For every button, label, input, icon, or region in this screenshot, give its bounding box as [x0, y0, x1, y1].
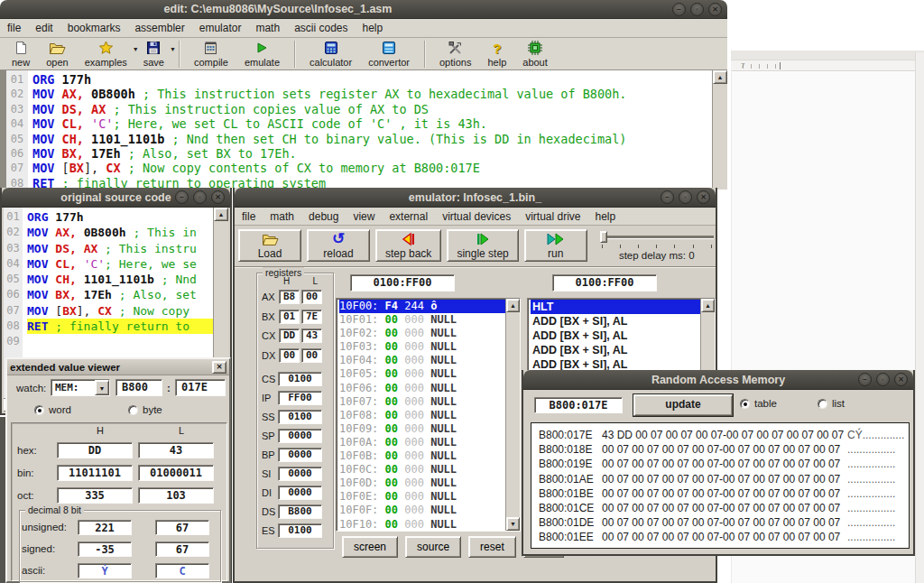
editor-code-area[interactable]: 0102030405060708 ORG 177hMOV AX, 0B800h …	[0, 70, 727, 190]
chevron-down-icon[interactable]: ▼	[95, 380, 109, 395]
bin-l-field[interactable]: 01000011	[138, 465, 214, 481]
ram-minimize-icon[interactable]: −	[858, 373, 872, 386]
register-si-field[interactable]: 0000	[278, 467, 322, 481]
options-button[interactable]: options	[431, 40, 479, 69]
ascii-h-field[interactable]: Ý	[78, 563, 132, 578]
disasm-row[interactable]: ADD [BX + SI], AL	[531, 329, 700, 343]
scroll-up-icon[interactable]: ▲	[214, 208, 228, 221]
single-step-button[interactable]: single step	[447, 229, 518, 262]
ram-dump-list[interactable]: B800:017E43 DD 00 07 00 07 00 07-00 07 0…	[531, 422, 910, 549]
editor-menu-help[interactable]: help	[356, 20, 391, 36]
code-line[interactable]: MOV [BX], CX ; Now copy contents of CX t…	[32, 161, 712, 175]
code-line[interactable]: MOV BX, 17Eh ; Also, set BX to 17Eh.	[32, 146, 712, 161]
editor-menu-assembler[interactable]: assembler	[127, 20, 191, 36]
memory-row[interactable]: 10F0B: 00 000 NULL	[339, 449, 505, 463]
oct-l-field[interactable]: 103	[138, 487, 214, 504]
hex-h-field[interactable]: DD	[57, 442, 133, 458]
code-line[interactable]: ORG 177h	[27, 209, 213, 225]
convertor-button[interactable]: convertor	[360, 40, 418, 69]
slider-handle[interactable]	[600, 231, 607, 243]
ram-titlebar[interactable]: Random Access Memory −▫✕	[523, 370, 913, 390]
memory-row[interactable]: 10F0E: 00 000 NULL	[339, 490, 505, 504]
list-radio[interactable]: list	[818, 398, 845, 409]
radio-icon[interactable]	[128, 405, 138, 415]
editor-menu-math[interactable]: math	[248, 20, 287, 36]
disasm-row[interactable]: ADD [BX + SI], AL	[531, 314, 700, 329]
signed-h-field[interactable]: -35	[78, 541, 132, 557]
signed-l-field[interactable]: 67	[155, 541, 209, 557]
value-viewer-titlebar[interactable]: extended value viewer ✕	[7, 359, 229, 375]
table-radio[interactable]: table	[740, 398, 777, 409]
update-button[interactable]: update	[633, 394, 733, 416]
radio-icon[interactable]	[34, 405, 44, 415]
code-line[interactable]	[27, 334, 213, 349]
memory-row[interactable]: 10F05: 00 000 NULL	[339, 367, 505, 381]
emulator-close-icon[interactable]: ✕	[697, 190, 710, 204]
oct-h-field[interactable]: 335	[57, 487, 133, 504]
register-ax-h-field[interactable]: B8	[279, 290, 300, 304]
unsigned-l-field[interactable]: 67	[155, 520, 209, 535]
editor-titlebar[interactable]: edit: C:\emu8086\MySource\Infosec_1.asm …	[0, 0, 727, 19]
memory-row[interactable]: 10F02: 00 000 NULL	[339, 327, 505, 340]
register-ip-field[interactable]: FF00	[278, 391, 322, 405]
register-bp-field[interactable]: 0000	[278, 448, 322, 462]
slider-track[interactable]	[600, 236, 714, 238]
open-button[interactable]: open	[38, 40, 76, 69]
watch-mode-dropdown[interactable]: MEM: ▼	[51, 379, 110, 396]
scroll-up-icon[interactable]: ▲	[713, 70, 727, 84]
register-dx-l-field[interactable]: 00	[301, 348, 322, 363]
original-maximize-icon[interactable]: ▫	[193, 190, 207, 204]
hex-l-field[interactable]: 43	[138, 442, 214, 458]
memory-address-field[interactable]: 0100:FF00	[350, 274, 455, 292]
screen-button[interactable]: screen	[342, 536, 398, 558]
memory-scrollbar[interactable]: ▲ ▼	[505, 299, 520, 531]
disasm-row[interactable]: ADD [BX + SI], AL	[531, 343, 700, 357]
editor-close-icon[interactable]: ✕	[708, 3, 722, 16]
help-button[interactable]: ?help	[479, 40, 514, 69]
register-ax-l-field[interactable]: 00	[301, 290, 322, 304]
memory-row[interactable]: 10F03: 00 000 NULL	[339, 340, 505, 354]
register-bx-h-field[interactable]: 01	[279, 310, 300, 324]
ram-maximize-icon[interactable]: ▫	[876, 373, 890, 386]
code-line[interactable]: MOV AX, 0B800h ; This in	[27, 225, 213, 240]
original-source-titlebar[interactable]: original source code −▫✕	[2, 188, 230, 208]
register-ss-field[interactable]: 0100	[278, 410, 322, 424]
memory-row[interactable]: 10F04: 00 000 NULL	[339, 354, 505, 367]
editor-menu-file[interactable]: file	[0, 20, 28, 36]
code-line[interactable]: MOV BX, 17Eh ; Also, set	[27, 287, 213, 302]
reload-button[interactable]: ↺reload	[307, 229, 370, 262]
emulator-titlebar[interactable]: emulator: Infosec_1.bin_ −▫✕	[235, 188, 716, 208]
memory-row[interactable]: 10F07: 00 000 NULL	[339, 395, 505, 409]
disasm-row[interactable]: HLT	[531, 300, 700, 314]
code-line[interactable]: MOV CH, 1101_1101b ; Nnd	[27, 272, 213, 287]
editor-menu-emulator[interactable]: emulator	[192, 20, 249, 36]
byte-radio[interactable]: byte	[128, 404, 162, 415]
step-back-button[interactable]: step back	[375, 229, 441, 262]
ram-close-icon[interactable]: ✕	[894, 373, 908, 386]
segment-field[interactable]: B800	[116, 379, 162, 396]
load-button[interactable]: Load	[238, 229, 301, 262]
emulator-menu-debug[interactable]: debug	[301, 208, 346, 225]
compile-button[interactable]: compile	[186, 40, 236, 69]
reset-button[interactable]: reset	[468, 536, 516, 558]
memory-row[interactable]: 10F01: 00 000 NULL	[339, 313, 505, 327]
code-line[interactable]: MOV DS, AX ; This instru	[27, 241, 213, 256]
dropdown-arrow-icon[interactable]: ▼	[170, 46, 176, 52]
new-button[interactable]: new	[4, 40, 38, 69]
memory-row[interactable]: 10F0D: 00 000 NULL	[339, 477, 505, 490]
save-button[interactable]: save▼	[135, 40, 172, 69]
bin-h-field[interactable]: 11011101	[57, 465, 133, 481]
about-button[interactable]: about	[514, 40, 556, 69]
code-line[interactable]: RET ; finally return to	[27, 319, 213, 334]
code-line[interactable]: MOV AX, 0B800h ; This instruction sets r…	[32, 87, 712, 101]
register-di-field[interactable]: 0000	[278, 486, 322, 500]
original-minimize-icon[interactable]: −	[175, 190, 189, 204]
memory-row[interactable]: 10F0C: 00 000 NULL	[339, 463, 505, 477]
emulator-menu-math[interactable]: math	[263, 208, 301, 225]
scroll-down-icon[interactable]: ▼	[506, 517, 520, 531]
register-cs-field[interactable]: 0100	[278, 372, 322, 386]
editor-menu-ascii-codes[interactable]: ascii codes	[287, 20, 355, 36]
calculator-button[interactable]: calculator	[301, 40, 360, 69]
step-delay-slider[interactable]: step delay ms: 0	[598, 229, 716, 264]
unsigned-h-field[interactable]: 221	[78, 520, 132, 535]
